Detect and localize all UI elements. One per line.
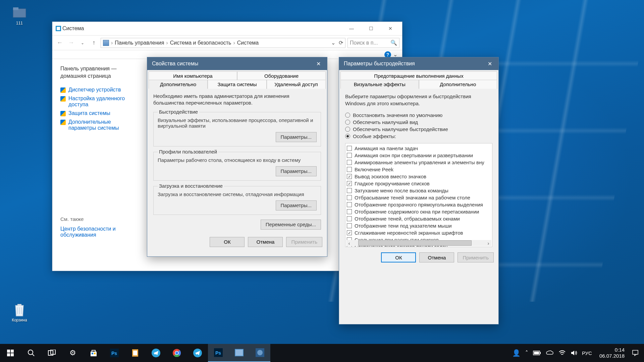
- radio-option[interactable]: Обеспечить наилучший вид: [345, 119, 492, 126]
- environment-variables-button[interactable]: Переменные среды...: [261, 220, 321, 230]
- tab-visual-effects[interactable]: Визуальные эффекты: [340, 80, 419, 89]
- battery-icon[interactable]: [533, 351, 541, 355]
- svg-line-10: [32, 354, 34, 356]
- radio-option[interactable]: Особые эффекты:: [345, 133, 492, 140]
- desktop-icon-folder[interactable]: 111: [7, 5, 32, 25]
- up-button[interactable]: ↑: [89, 39, 99, 46]
- maximize-button[interactable]: ☐: [361, 22, 381, 35]
- store-icon[interactable]: [83, 344, 104, 362]
- radio-option[interactable]: Восстановить значения по умолчанию: [345, 112, 492, 119]
- tab-computer-name[interactable]: Имя компьютера: [149, 71, 237, 80]
- tab-advanced[interactable]: Дополнительно: [149, 80, 208, 89]
- sidebar: Панель управления — домашняя страница Ди…: [52, 59, 140, 271]
- onedrive-icon[interactable]: [546, 350, 554, 356]
- recent-button[interactable]: ⌄: [78, 41, 87, 45]
- effect-checkbox[interactable]: Отбрасывание теней значками на рабочем с…: [347, 194, 491, 201]
- search-input[interactable]: Поиск в п... 🔍: [347, 38, 399, 48]
- checkbox-label: Анимация на панели задач: [355, 145, 418, 151]
- settings-icon[interactable]: ⚙: [62, 344, 83, 362]
- tab-hardware[interactable]: Оборудование: [237, 71, 326, 80]
- radio-icon: [345, 120, 350, 125]
- photoshop-icon[interactable]: Ps: [104, 344, 125, 362]
- telegram-icon-2[interactable]: [187, 344, 208, 362]
- volume-icon[interactable]: [571, 350, 577, 356]
- taskbar[interactable]: ⚙ Ps Ps 👤 ˄ РУС 0:14 06.07.2018: [0, 344, 644, 362]
- effects-list[interactable]: Анимация на панели задачАнимация окон пр…: [345, 143, 492, 247]
- task-view-button[interactable]: [42, 344, 62, 362]
- ok-button[interactable]: ОК: [210, 237, 245, 247]
- effect-checkbox[interactable]: Вывод эскизов вместо значков: [347, 173, 491, 180]
- sidebar-item-security-center[interactable]: Центр безопасности и обслуживания: [60, 225, 137, 239]
- titlebar[interactable]: Система — ☐ ✕: [52, 22, 402, 35]
- sidebar-item-protection[interactable]: Защита системы: [60, 109, 137, 118]
- clipboard-icon[interactable]: [125, 344, 146, 362]
- breadcrumb-item[interactable]: Система: [237, 40, 259, 46]
- wifi-icon[interactable]: [558, 350, 566, 356]
- sidebar-item-remote[interactable]: Настройка удаленного доступа: [60, 94, 137, 109]
- start-button[interactable]: [0, 344, 21, 362]
- breadcrumb-item[interactable]: Панель управления: [115, 40, 164, 46]
- tray-expand-icon[interactable]: ˄: [525, 350, 528, 357]
- system-properties-dialog: Свойства системы ✕ Имя компьютера Оборуд…: [147, 57, 327, 257]
- effect-checkbox[interactable]: Сглаживание неровностей экранных шрифтов: [347, 229, 491, 236]
- horizontal-scrollbar[interactable]: ‹ ›: [346, 240, 491, 246]
- effect-checkbox[interactable]: Анимированные элементы управления и элем…: [347, 159, 491, 166]
- svg-point-9: [28, 350, 33, 355]
- apply-button[interactable]: Применить: [458, 252, 494, 262]
- startup-settings-button[interactable]: Параметры...: [276, 200, 317, 210]
- language-indicator[interactable]: РУС: [582, 350, 592, 356]
- checkbox-icon: [347, 153, 352, 158]
- cancel-button[interactable]: Отмена: [248, 237, 283, 247]
- clock[interactable]: 0:14 06.07.2018: [597, 347, 627, 359]
- effect-checkbox[interactable]: Отображение тени под указателем мыши: [347, 222, 491, 229]
- tab-remote[interactable]: Удаленный доступ: [267, 80, 326, 89]
- effect-checkbox[interactable]: Отображение теней, отбрасываемых окнами: [347, 215, 491, 222]
- effect-checkbox[interactable]: Гладкое прокручивание списков: [347, 180, 491, 187]
- svg-rect-15: [94, 353, 96, 354]
- sidebar-home-link[interactable]: Панель управления — домашняя страница: [60, 65, 137, 80]
- action-center-icon[interactable]: [632, 350, 639, 356]
- tab-protection[interactable]: Защита системы: [208, 80, 267, 89]
- back-button[interactable]: ←: [55, 39, 64, 46]
- dialog-titlebar[interactable]: Свойства системы ✕: [147, 57, 327, 70]
- taskbar-item-photoshop[interactable]: Ps: [208, 344, 229, 362]
- sidebar-item-advanced[interactable]: Дополнительные параметры системы: [60, 118, 137, 132]
- sidebar-item-device-manager[interactable]: Диспетчер устройств: [60, 85, 137, 94]
- effect-checkbox[interactable]: Включение Peek: [347, 166, 491, 173]
- effect-checkbox[interactable]: Анимация окон при свертывании и разверты…: [347, 152, 491, 159]
- scrollbar-thumb[interactable]: [358, 240, 472, 246]
- tab-dep[interactable]: Предотвращение выполнения данных: [340, 71, 497, 80]
- people-icon[interactable]: 👤: [512, 349, 521, 357]
- close-button[interactable]: ✕: [381, 22, 400, 35]
- desktop-icon-recycle[interactable]: Корзина: [7, 302, 32, 322]
- telegram-icon[interactable]: [146, 344, 166, 362]
- radio-option[interactable]: Обеспечить наилучшее быстродействие: [345, 126, 492, 133]
- scroll-left-button[interactable]: ‹: [346, 240, 352, 246]
- performance-settings-button[interactable]: Параметры...: [276, 132, 317, 142]
- radio-label: Обеспечить наилучший вид: [353, 119, 418, 125]
- forward-button[interactable]: →: [66, 39, 76, 46]
- search-button[interactable]: [21, 344, 42, 362]
- dialog-titlebar[interactable]: Параметры быстродействия ✕: [339, 57, 498, 70]
- cancel-button[interactable]: Отмена: [419, 252, 454, 262]
- taskbar-item-app[interactable]: [250, 344, 270, 362]
- chrome-icon[interactable]: [166, 344, 187, 362]
- address-bar[interactable]: › Панель управления › Система и безопасн…: [101, 38, 345, 48]
- tab-advanced[interactable]: Дополнительно: [419, 80, 497, 89]
- refresh-icon[interactable]: ⟳: [339, 40, 343, 46]
- effect-checkbox[interactable]: Отображение содержимого окна при перетас…: [347, 208, 491, 215]
- effect-checkbox[interactable]: Затухание меню после вызова команды: [347, 187, 491, 194]
- minimize-button[interactable]: —: [342, 22, 361, 35]
- dropdown-icon[interactable]: ⌄: [331, 40, 335, 46]
- close-button[interactable]: ✕: [482, 59, 497, 69]
- scroll-right-button[interactable]: ›: [485, 240, 491, 246]
- close-button[interactable]: ✕: [311, 59, 326, 69]
- taskbar-item-control-panel[interactable]: [229, 344, 250, 362]
- breadcrumb-item[interactable]: Система и безопасность: [170, 40, 231, 46]
- ok-button[interactable]: ОК: [381, 252, 416, 262]
- svg-rect-34: [540, 352, 541, 354]
- effect-checkbox[interactable]: Анимация на панели задач: [347, 145, 491, 152]
- effect-checkbox[interactable]: Отображение прозрачного прямоугольника в…: [347, 201, 491, 208]
- apply-button[interactable]: Применить: [286, 237, 322, 247]
- profiles-settings-button[interactable]: Параметры...: [276, 166, 317, 176]
